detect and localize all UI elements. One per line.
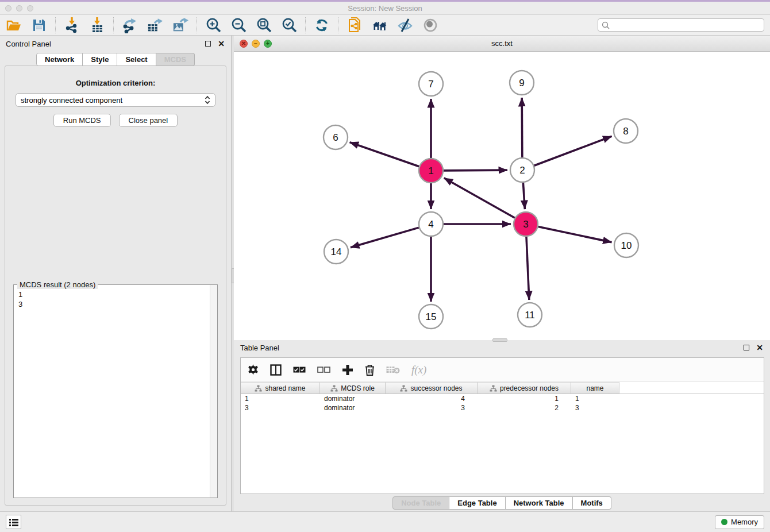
show-graphics-details-icon[interactable] [422,17,438,33]
select-all-checkboxes-icon[interactable] [293,367,306,373]
cell-name[interactable]: 1 [571,394,619,403]
edge-1-6[interactable] [350,142,419,167]
import-network-icon[interactable] [64,17,80,33]
export-image-icon[interactable] [172,17,188,33]
table-row[interactable]: 3dominator323 [241,403,764,413]
graph-node-14[interactable]: 14 [324,240,348,264]
graph-node-6[interactable]: 6 [324,125,348,149]
graph-node-2[interactable]: 2 [510,158,534,182]
open-session-icon[interactable] [6,17,22,33]
svg-text:7: 7 [428,79,433,90]
cell-successor-nodes[interactable]: 3 [386,403,478,413]
memory-button[interactable]: Memory [715,515,764,529]
edge-2-8[interactable] [534,136,612,165]
run-mcds-button[interactable]: Run MCDS [53,114,111,127]
svg-text:6: 6 [333,132,338,143]
table-toolbar: f(x) [241,358,764,382]
close-table-panel-icon[interactable]: ✕ [756,344,764,352]
column-header-mcds-role[interactable]: MCDS role [320,382,386,394]
column-label: successor nodes [410,384,462,392]
graph-node-1[interactable]: 1 [419,159,443,183]
graph-node-4[interactable]: 4 [419,212,443,236]
search-icon [602,21,610,29]
mcds-result-list[interactable]: 13 [14,285,210,498]
edge-2-3[interactable] [523,183,525,209]
edge-4-14[interactable] [351,228,419,248]
svg-text:11: 11 [525,310,535,321]
mcds-result-title: MCDS result (2 nodes) [17,280,98,289]
delete-column-icon[interactable] [365,364,375,376]
edge-1-2[interactable] [444,170,507,171]
edge-3-10[interactable] [538,227,612,242]
graph-node-15[interactable]: 15 [419,304,443,329]
export-network-icon[interactable] [122,17,138,33]
optimization-criterion-dropdown[interactable]: strongly connected component [16,93,215,107]
show-column-icon[interactable] [270,364,282,376]
function-builder-icon[interactable]: f(x) [411,364,426,376]
cell-shared-name[interactable]: 1 [241,394,320,403]
edge-2-9[interactable] [522,98,522,157]
new-network-from-selection-icon[interactable] [346,17,363,33]
graph-node-7[interactable]: 7 [419,72,443,96]
refresh-layout-icon[interactable] [314,17,330,33]
graph-node-3[interactable]: 3 [514,212,538,236]
edge-3-11[interactable] [526,237,529,300]
tab-motifs[interactable]: Motifs [573,496,611,510]
table-row[interactable]: 1dominator411 [241,394,764,403]
column-header-successor-nodes[interactable]: successor nodes [386,382,478,394]
horizontal-splitter-handle-icon[interactable] [492,338,507,342]
tab-network-table[interactable]: Network Table [506,496,573,510]
export-table-icon[interactable] [147,17,163,33]
tab-select[interactable]: Select [117,53,156,66]
delete-table-icon[interactable] [386,365,400,374]
edge-3-1[interactable] [444,178,515,218]
zoom-in-icon[interactable] [205,17,221,33]
close-panel-button[interactable]: Close panel [119,114,178,127]
close-panel-icon[interactable]: ✕ [217,40,225,48]
hide-graphics-details-icon[interactable] [397,17,413,33]
cell-shared-name[interactable]: 3 [241,403,320,413]
graph-node-8[interactable]: 8 [614,119,638,143]
network-column-icon [255,385,262,392]
add-column-icon[interactable] [342,364,353,376]
graph-node-9[interactable]: 9 [510,71,534,95]
zoom-out-icon[interactable] [230,17,247,33]
result-scrollbar[interactable] [210,285,217,498]
cell-mcds-role[interactable]: dominator [320,394,386,403]
unselect-all-checkboxes-icon[interactable] [317,367,330,373]
tab-mcds[interactable]: MCDS [156,53,195,66]
column-header-shared-name[interactable]: shared name [241,382,320,394]
cell-name[interactable]: 3 [571,403,619,413]
column-header-predecessor-nodes[interactable]: predecessor nodes [478,382,571,394]
first-neighbors-icon[interactable] [372,17,388,33]
zoom-selected-icon[interactable] [281,17,297,33]
cell-predecessor-nodes[interactable]: 2 [478,403,571,413]
graph-node-11[interactable]: 11 [518,303,542,327]
search-box[interactable] [598,18,764,32]
float-table-panel-icon[interactable] [742,344,750,352]
svg-text:9: 9 [519,78,524,88]
tab-network[interactable]: Network [36,53,83,66]
column-header-name[interactable]: name [571,382,619,394]
control-panel-title: Control Panel [6,40,51,48]
float-panel-icon[interactable] [204,40,212,48]
tab-edge-table[interactable]: Edge Table [449,496,505,510]
cell-successor-nodes[interactable]: 4 [386,394,478,403]
network-canvas[interactable]: 7968124314101511 [234,52,770,340]
cell-predecessor-nodes[interactable]: 1 [478,394,571,403]
search-input[interactable] [613,21,760,29]
control-panel-tabs: NetworkStyleSelectMCDS [36,53,195,66]
cell-mcds-role[interactable]: dominator [320,403,386,413]
import-table-icon[interactable] [89,17,105,33]
zoom-fit-icon[interactable] [256,17,272,33]
network-column-icon [490,385,497,392]
network-column-icon [330,385,338,392]
graph-node-10[interactable]: 10 [614,233,638,257]
network-graph[interactable]: 7968124314101511 [234,52,769,340]
save-session-icon[interactable] [31,17,47,33]
task-history-button[interactable] [6,515,21,529]
svg-text:4: 4 [428,219,433,230]
table-settings-gear-icon[interactable] [248,364,259,375]
tab-style[interactable]: Style [83,53,117,66]
tab-node-table[interactable]: Node Table [392,496,449,510]
